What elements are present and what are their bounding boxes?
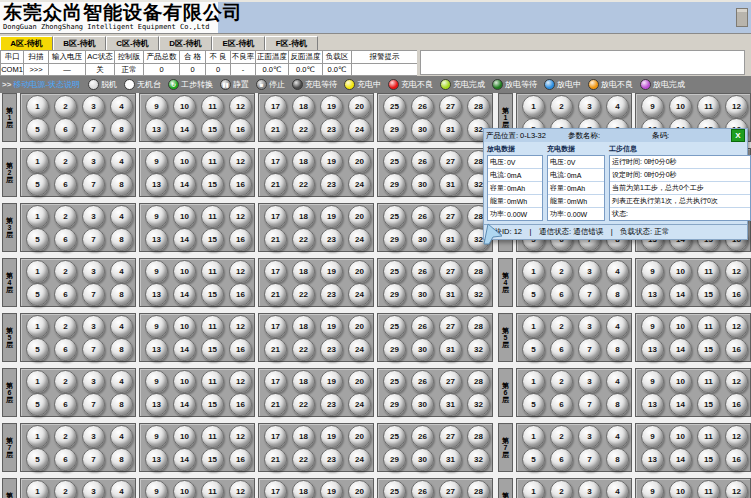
battery-cell[interactable]: 3	[578, 95, 601, 118]
battery-cell[interactable]: 6	[54, 448, 77, 471]
battery-cell[interactable]: 12	[229, 205, 252, 228]
battery-cell[interactable]: 22	[292, 393, 315, 416]
battery-cell[interactable]: 15	[201, 393, 224, 416]
battery-cell[interactable]: 23	[320, 118, 343, 141]
battery-cell[interactable]: 29	[383, 338, 406, 361]
battery-cell[interactable]: 32	[467, 393, 490, 416]
battery-cell[interactable]: 21	[264, 173, 287, 196]
battery-cell[interactable]: 13	[641, 338, 664, 361]
battery-cell[interactable]: 5	[26, 283, 49, 306]
tab-zone-3[interactable]: D区-待机	[159, 36, 212, 50]
battery-cell[interactable]: 10	[669, 480, 692, 498]
battery-cell[interactable]: 7	[82, 283, 105, 306]
tab-zone-2[interactable]: C区-待机	[106, 36, 159, 50]
battery-cell[interactable]: 20	[348, 315, 371, 338]
battery-cell[interactable]: 10	[669, 95, 692, 118]
battery-cell[interactable]: 4	[110, 95, 133, 118]
battery-cell[interactable]: 2	[54, 260, 77, 283]
battery-cell[interactable]: 20	[348, 260, 371, 283]
battery-cell[interactable]: 8	[606, 393, 629, 416]
battery-cell[interactable]: 3	[82, 95, 105, 118]
battery-cell[interactable]: 6	[54, 338, 77, 361]
battery-cell[interactable]: 1	[522, 425, 545, 448]
battery-cell[interactable]: 23	[320, 173, 343, 196]
battery-cell[interactable]: 14	[669, 338, 692, 361]
battery-cell[interactable]: 11	[697, 95, 720, 118]
battery-cell[interactable]: 3	[82, 425, 105, 448]
battery-cell[interactable]: 3	[82, 260, 105, 283]
battery-cell[interactable]: 27	[439, 480, 462, 498]
battery-cell[interactable]: 3	[578, 315, 601, 338]
battery-cell[interactable]: 13	[641, 393, 664, 416]
battery-cell[interactable]: 2	[550, 370, 573, 393]
battery-cell[interactable]: 10	[173, 150, 196, 173]
battery-cell[interactable]: 6	[54, 228, 77, 251]
tab-zone-5[interactable]: F区-待机	[265, 36, 318, 50]
battery-cell[interactable]: 27	[439, 370, 462, 393]
battery-cell[interactable]: 4	[110, 150, 133, 173]
battery-cell[interactable]: 15	[201, 448, 224, 471]
battery-cell[interactable]: 16	[229, 228, 252, 251]
battery-cell[interactable]: 23	[320, 448, 343, 471]
battery-cell[interactable]: 5	[26, 393, 49, 416]
battery-cell[interactable]: 20	[348, 95, 371, 118]
tab-zone-4[interactable]: E区-待机	[212, 36, 265, 50]
battery-cell[interactable]: 3	[82, 315, 105, 338]
battery-cell[interactable]: 15	[697, 283, 720, 306]
battery-cell[interactable]: 10	[669, 370, 692, 393]
battery-cell[interactable]: 16	[229, 448, 252, 471]
battery-cell[interactable]: 14	[173, 448, 196, 471]
battery-cell[interactable]: 15	[201, 118, 224, 141]
battery-cell[interactable]: 12	[725, 480, 748, 498]
battery-cell[interactable]: 15	[201, 173, 224, 196]
battery-cell[interactable]: 19	[320, 150, 343, 173]
battery-cell[interactable]: 20	[348, 150, 371, 173]
battery-cell[interactable]: 11	[201, 150, 224, 173]
battery-cell[interactable]: 6	[550, 393, 573, 416]
battery-cell[interactable]: 26	[411, 315, 434, 338]
battery-cell[interactable]: 11	[697, 370, 720, 393]
battery-cell[interactable]: 28	[467, 425, 490, 448]
battery-cell[interactable]: 29	[383, 118, 406, 141]
battery-cell[interactable]: 2	[550, 315, 573, 338]
battery-cell[interactable]: 25	[383, 370, 406, 393]
battery-cell[interactable]: 11	[697, 315, 720, 338]
battery-cell[interactable]: 22	[292, 228, 315, 251]
battery-cell[interactable]: 17	[264, 480, 287, 498]
battery-cell[interactable]: 26	[411, 370, 434, 393]
battery-cell[interactable]: 1	[26, 260, 49, 283]
battery-cell[interactable]: 14	[173, 283, 196, 306]
battery-cell[interactable]: 10	[173, 95, 196, 118]
battery-cell[interactable]: 2	[54, 370, 77, 393]
battery-cell[interactable]: 15	[201, 228, 224, 251]
battery-cell[interactable]: 11	[201, 205, 224, 228]
battery-cell[interactable]: 4	[606, 370, 629, 393]
battery-cell[interactable]: 19	[320, 260, 343, 283]
battery-cell[interactable]: 13	[145, 173, 168, 196]
battery-cell[interactable]: 13	[145, 448, 168, 471]
battery-cell[interactable]: 8	[110, 338, 133, 361]
battery-cell[interactable]: 28	[467, 370, 490, 393]
battery-cell[interactable]: 16	[229, 173, 252, 196]
battery-cell[interactable]: 9	[641, 480, 664, 498]
battery-cell[interactable]: 8	[606, 338, 629, 361]
battery-cell[interactable]: 5	[522, 283, 545, 306]
battery-cell[interactable]: 31	[439, 173, 462, 196]
battery-cell[interactable]: 13	[145, 228, 168, 251]
battery-cell[interactable]: 19	[320, 370, 343, 393]
battery-cell[interactable]: 19	[320, 425, 343, 448]
window-corner-widget[interactable]	[736, 8, 748, 27]
battery-cell[interactable]: 20	[348, 205, 371, 228]
battery-cell[interactable]: 31	[439, 283, 462, 306]
battery-cell[interactable]: 5	[26, 448, 49, 471]
battery-cell[interactable]: 16	[725, 448, 748, 471]
battery-cell[interactable]: 10	[173, 425, 196, 448]
battery-cell[interactable]: 18	[292, 370, 315, 393]
battery-cell[interactable]: 19	[320, 480, 343, 498]
battery-cell[interactable]: 4	[110, 425, 133, 448]
tab-zone-1[interactable]: B区-待机	[53, 36, 106, 50]
battery-cell[interactable]: 2	[54, 425, 77, 448]
battery-cell[interactable]: 13	[145, 283, 168, 306]
battery-cell[interactable]: 2	[550, 95, 573, 118]
battery-cell[interactable]: 7	[82, 393, 105, 416]
